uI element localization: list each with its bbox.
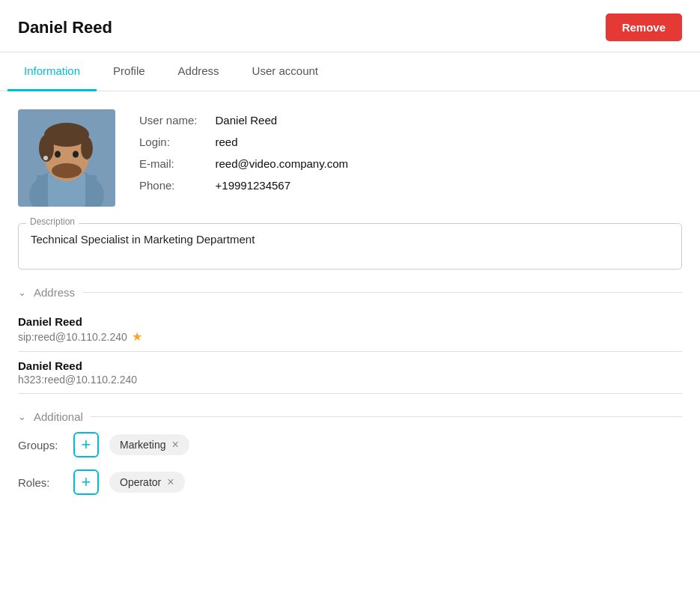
address-entry-sip: Daniel Reed sip:reed@10.110.2.240 ★ [18, 308, 682, 352]
role-tag-label: Operator [120, 476, 161, 488]
address-entry-name-1: Daniel Reed [18, 315, 682, 328]
svg-point-11 [73, 151, 79, 158]
remove-button[interactable]: Remove [606, 13, 682, 41]
tab-address[interactable]: Address [162, 52, 236, 91]
username-value: Daniel Reed [216, 114, 349, 127]
username-label: User name: [139, 114, 198, 127]
additional-section: ⌄ Additional Groups: + Marketing × Roles… [18, 410, 682, 495]
tabs-bar: Information Profile Address User account [0, 52, 700, 91]
email-label: E-mail: [139, 157, 198, 170]
svg-point-10 [55, 151, 61, 158]
content-area: User name: Daniel Reed Login: reed E-mai… [0, 91, 700, 495]
description-legend: Description [26, 216, 79, 227]
svg-point-12 [43, 156, 48, 160]
login-value: reed [216, 136, 349, 148]
svg-point-8 [81, 137, 93, 159]
info-section: User name: Daniel Reed Login: reed E-mai… [18, 109, 682, 207]
add-group-button[interactable]: + [73, 432, 99, 457]
user-fields: User name: Daniel Reed Login: reed E-mai… [139, 109, 348, 207]
address-entry-h323: Daniel Reed h323:reed@10.110.2.240 [18, 352, 682, 394]
tab-user-account[interactable]: User account [236, 52, 335, 91]
address-section-label: Address [34, 286, 75, 299]
address-sip-text-2: h323:reed@10.110.2.240 [18, 374, 137, 386]
star-icon-1[interactable]: ★ [132, 329, 142, 344]
phone-value: +19991234567 [216, 179, 349, 192]
header: Daniel Reed Remove [0, 0, 700, 52]
address-divider [82, 292, 682, 293]
address-entry-name-2: Daniel Reed [18, 359, 682, 372]
groups-row: Groups: + Marketing × [18, 432, 682, 457]
tab-information[interactable]: Information [7, 52, 97, 91]
tab-profile[interactable]: Profile [97, 52, 162, 91]
login-label: Login: [139, 136, 198, 148]
additional-section-header: ⌄ Additional [18, 410, 682, 423]
additional-divider [91, 416, 682, 417]
phone-label: Phone: [139, 179, 198, 192]
page-title: Daniel Reed [18, 18, 112, 37]
additional-chevron-icon[interactable]: ⌄ [18, 411, 26, 422]
description-box: Description Technical Specialist in Mark… [18, 223, 682, 270]
remove-role-icon[interactable]: × [167, 476, 174, 488]
group-tag-label: Marketing [120, 439, 165, 451]
additional-section-label: Additional [34, 410, 83, 423]
address-entry-sip-1: sip:reed@10.110.2.240 ★ [18, 329, 682, 344]
groups-label: Groups: [18, 439, 63, 451]
page: Daniel Reed Remove Information Profile A… [0, 0, 700, 599]
email-value: reed@video.company.com [216, 157, 349, 170]
description-text: Technical Specialist in Marketing Depart… [31, 233, 669, 260]
group-tag-marketing: Marketing × [109, 434, 189, 455]
address-section: ⌄ Address Daniel Reed sip:reed@10.110.2.… [18, 286, 682, 394]
address-section-header: ⌄ Address [18, 286, 682, 299]
avatar [18, 109, 115, 207]
roles-label: Roles: [18, 476, 63, 489]
add-role-button[interactable]: + [73, 469, 99, 495]
address-chevron-icon[interactable]: ⌄ [18, 287, 26, 298]
remove-group-icon[interactable]: × [171, 439, 178, 451]
roles-row: Roles: + Operator × [18, 469, 682, 495]
role-tag-operator: Operator × [109, 472, 185, 493]
address-entry-sip-2: h323:reed@10.110.2.240 [18, 374, 682, 386]
address-sip-text-1: sip:reed@10.110.2.240 [18, 331, 127, 343]
